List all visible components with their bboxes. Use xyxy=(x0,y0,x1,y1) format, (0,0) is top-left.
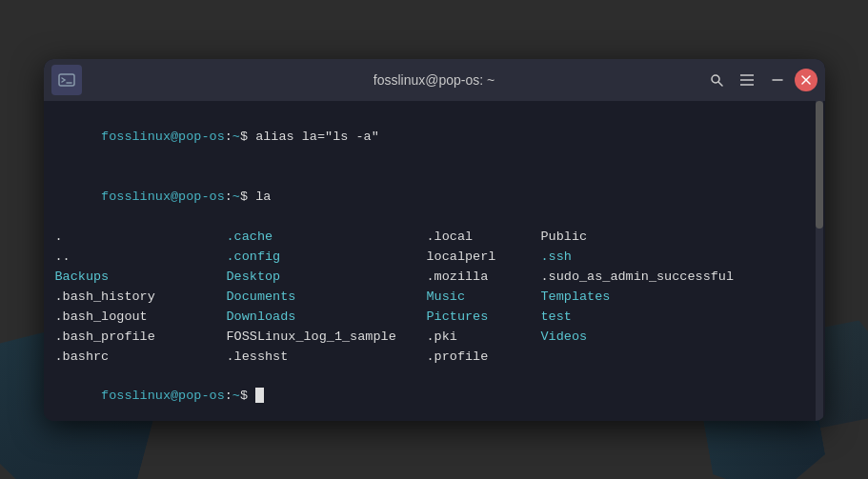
menu-button[interactable] xyxy=(734,67,760,93)
titlebar: fosslinux@pop-os: ~ xyxy=(44,59,825,101)
prompt-1: fosslinux@pop-os xyxy=(101,130,225,144)
svg-point-2 xyxy=(712,75,719,83)
prompt-2: fosslinux@pop-os xyxy=(101,190,225,204)
search-button[interactable] xyxy=(703,67,730,93)
ls-row-3: Backups Desktop .mozilla .sudo_as_admin_… xyxy=(55,268,814,288)
scrollbar-thumb[interactable] xyxy=(816,101,823,229)
prompt-final: fosslinux@pop-os xyxy=(101,389,225,403)
terminal-line-final: fosslinux@pop-os:~$ xyxy=(55,367,814,420)
terminal-icon xyxy=(51,65,82,95)
svg-rect-0 xyxy=(59,74,74,86)
scrollbar[interactable] xyxy=(816,101,823,421)
close-button[interactable] xyxy=(795,69,818,91)
terminal-body[interactable]: fosslinux@pop-os:~$ alias la="ls -a" fos… xyxy=(44,101,825,421)
ls-row-6: .bash_profile FOSSLinux_log_1_sample .pk… xyxy=(55,328,814,348)
ls-row-5: .bash_logout Downloads Pictures test xyxy=(55,308,814,328)
ls-output: . .cache .local Public .. .config localp… xyxy=(55,228,814,367)
cursor-blink xyxy=(255,388,264,403)
svg-line-3 xyxy=(718,82,722,86)
ls-row-1: . .cache .local Public xyxy=(55,228,814,248)
terminal-window: fosslinux@pop-os: ~ xyxy=(44,59,825,421)
minimize-button[interactable] xyxy=(764,67,791,93)
title-text: fosslinux@pop-os: ~ xyxy=(373,72,495,88)
ls-row-7: .bashrc .lesshst .profile xyxy=(55,348,814,368)
titlebar-left xyxy=(51,65,82,95)
ls-row-4: .bash_history Documents Music Templates xyxy=(55,288,814,308)
terminal-line-1: fosslinux@pop-os:~$ alias la="ls -a" xyxy=(55,109,814,169)
ls-row-2: .. .config localperl .ssh xyxy=(55,248,814,268)
titlebar-controls xyxy=(703,67,818,93)
terminal-line-2: fosslinux@pop-os:~$ la xyxy=(55,168,814,228)
window-title: fosslinux@pop-os: ~ xyxy=(373,72,495,88)
